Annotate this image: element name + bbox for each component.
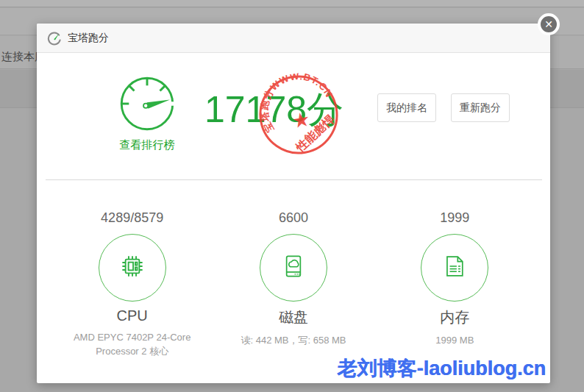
close-icon[interactable]: ✕ [538, 13, 560, 35]
disk-label: 磁盘 [213, 307, 374, 327]
disk-icon [277, 249, 310, 286]
benchmark-modal: 宝塔跑分 查看排行榜 17178分 [37, 24, 550, 383]
metrics-row: 4289/8579 CPU AMD EPYC 7402P 2 [51, 210, 535, 359]
cpu-chip-icon [115, 249, 149, 286]
background-top-bar [0, 0, 584, 7]
metric-disk: 6600 磁盘 读: 442 MB，写: 658 [213, 210, 374, 359]
disk-circle [260, 234, 327, 302]
cpu-detail: AMD EPYC 7402P 24-Core Processor 2 核心 [51, 331, 213, 359]
memory-circle [421, 234, 488, 302]
cpu-label: CPU [51, 307, 213, 324]
benchmark-score: 17178分 [204, 88, 343, 131]
metric-cpu: 4289/8579 CPU AMD EPYC 7402P 2 [51, 210, 213, 359]
disk-score: 6600 [213, 210, 374, 226]
memory-icon [438, 249, 471, 286]
view-ranking-link[interactable]: 查看排行榜 [120, 138, 175, 152]
disk-detail: 读: 442 MB，写: 658 MB [213, 334, 374, 348]
memory-score: 1999 [374, 210, 535, 226]
metric-memory: 1999 内存 1999 MB [374, 210, 535, 359]
site-watermark: 老刘博客-laoliublog.cn [338, 355, 546, 382]
speedometer-block: 查看排行榜 [77, 72, 217, 152]
score-unit: 分 [307, 89, 343, 130]
memory-label: 内存 [374, 307, 535, 327]
memory-detail: 1999 MB [374, 334, 535, 348]
modal-title: 宝塔跑分 [68, 32, 109, 45]
modal-header: 宝塔跑分 [37, 24, 550, 53]
section-divider [46, 179, 542, 180]
rerun-benchmark-button[interactable]: 重新跑分 [451, 93, 510, 122]
score-value: 17178 [204, 89, 307, 130]
cpu-score: 4289/8579 [51, 210, 213, 226]
my-ranking-button[interactable]: 我的排名 [377, 93, 436, 122]
gauge-icon [47, 31, 62, 46]
cpu-circle [99, 234, 166, 302]
speedometer-icon [77, 72, 217, 135]
